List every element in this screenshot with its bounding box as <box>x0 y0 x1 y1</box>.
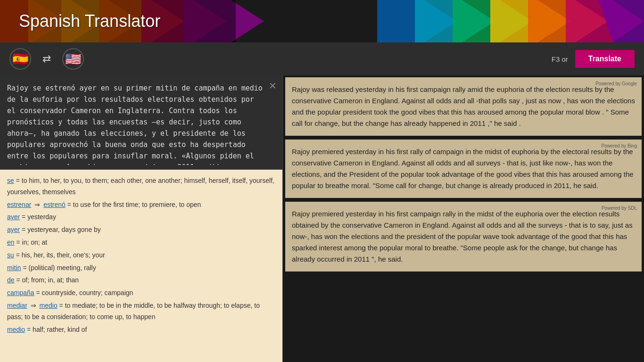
dictionary-entry: estrenar ⇒ estrenó = to use for the firs… <box>7 199 275 211</box>
source-text-input[interactable] <box>0 75 282 165</box>
dictionary-entry: ayer = yesteryear, days gone by <box>7 224 275 236</box>
translate-button[interactable]: Translate <box>575 50 635 68</box>
dict-definition: = half; rather, kind of <box>25 326 87 333</box>
dict-target[interactable]: estrenó <box>43 201 66 208</box>
header: Spanish Translator <box>0 0 644 42</box>
dictionary-entry: de = of; from; in, at; than <box>7 275 275 286</box>
translation-card: Powered by BingRajoy premiered yesterday… <box>285 140 642 198</box>
dict-definition: = in; on; at <box>15 239 48 246</box>
left-panel: ✕ se = to him, to her, to you, to them; … <box>0 75 283 362</box>
dict-word[interactable]: medio <box>7 326 25 333</box>
english-flag-button[interactable]: 🇺🇸 <box>62 48 84 70</box>
dict-definition: = countryside, country; campaign <box>34 289 133 296</box>
dictionary-entry: ayer = yesterday <box>7 212 275 223</box>
dict-definition: = to use for the first time; to premiere… <box>66 201 201 208</box>
translations-panel: Powered by GoogleRajoy was released yest… <box>283 75 644 362</box>
dict-word[interactable]: mitin <box>7 264 21 272</box>
dict-definition: = yesterday <box>20 213 56 221</box>
dict-word[interactable]: estrenar <box>7 201 31 208</box>
dict-word[interactable]: se <box>7 177 14 184</box>
dict-word[interactable]: su <box>7 251 14 259</box>
dictionary-entry: se = to him, to her, to you, to them; ea… <box>7 175 275 198</box>
dictionary-entry: campaña = countryside, country; campaign <box>7 288 275 299</box>
dict-word[interactable]: de <box>7 276 15 284</box>
dict-word[interactable]: mediar <box>7 302 27 309</box>
dict-target[interactable]: medio <box>40 302 58 309</box>
dict-word[interactable]: en <box>7 239 15 246</box>
translation-card: Powered by SDLRajoy premiered yesterday … <box>285 202 642 272</box>
dict-definition: = to him, to her, to you, to them; each … <box>7 177 274 196</box>
dictionary-panel: se = to him, to her, to you, to them; ea… <box>0 170 282 362</box>
dict-definition: = yesteryear, days gone by <box>20 226 101 233</box>
dict-definition: = (political) meeting, rally <box>21 264 96 272</box>
dictionary-entry: medio = half; rather, kind of <box>7 324 275 336</box>
clear-button[interactable]: ✕ <box>269 81 277 90</box>
dictionary-entry: en = in; on; at <box>7 237 275 248</box>
dictionary-entry: mediar ⇒ medio = to mediate; to be in th… <box>7 300 275 323</box>
dictionary-entry: mitin = (political) meeting, rally <box>7 263 275 274</box>
swap-languages-button[interactable]: ⇄ <box>38 50 55 67</box>
powered-by-label: Powered by Bing <box>601 143 637 149</box>
dict-definition: = his, her, its, their, one's; your <box>14 251 105 259</box>
input-area: ✕ <box>0 75 282 170</box>
dict-word[interactable]: ayer <box>7 213 20 221</box>
dict-word[interactable]: ayer <box>7 226 20 233</box>
shortcut-label: F3 or <box>552 55 568 63</box>
main-content: ✕ se = to him, to her, to you, to them; … <box>0 75 644 362</box>
dict-arrow: ⇒ <box>29 302 38 309</box>
powered-by-label: Powered by SDL <box>602 206 637 211</box>
dict-word[interactable]: campaña <box>7 289 34 296</box>
translation-card: Powered by GoogleRajoy was released yest… <box>285 77 642 136</box>
toolbar: 🇪🇸 ⇄ 🇺🇸 F3 or Translate <box>0 42 644 75</box>
dict-arrow: ⇒ <box>33 201 42 208</box>
translation-text: Rajoy premiered yesterday in his first c… <box>292 210 633 263</box>
translation-text: Rajoy premiered yesterday in his first r… <box>292 148 634 189</box>
dict-definition: = of; from; in, at; than <box>15 276 79 284</box>
app-title: Spanish Translator <box>19 11 160 31</box>
spanish-flag-button[interactable]: 🇪🇸 <box>9 48 31 70</box>
dictionary-entry: su = his, her, its, their, one's; your <box>7 250 275 261</box>
powered-by-label: Powered by Google <box>595 81 637 87</box>
translation-text: Rajoy was released yesterday in his firs… <box>292 85 635 127</box>
